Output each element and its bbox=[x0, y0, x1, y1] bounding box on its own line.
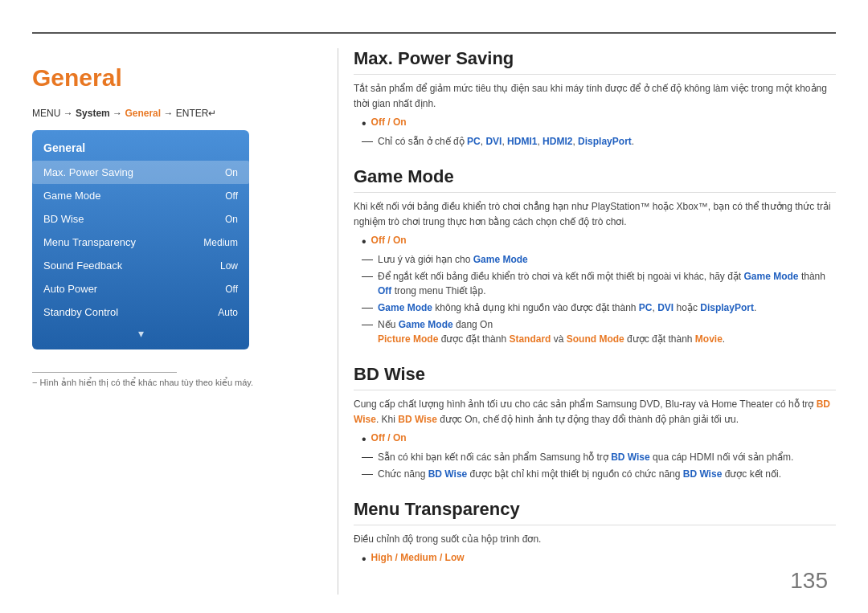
bullet-dot: • bbox=[362, 552, 366, 566]
menu-item-value: Medium bbox=[203, 237, 238, 248]
menu-path-general: General bbox=[125, 108, 161, 119]
dash-symbol: — bbox=[362, 450, 373, 464]
menu-item-menu-transparency[interactable]: Menu Transparency Medium bbox=[32, 231, 249, 254]
section-title-bd-wise: BD Wise bbox=[354, 364, 836, 390]
section-title-menu-transparency: Menu Transparency bbox=[354, 499, 836, 525]
menu-item-sound-feedback[interactable]: Sound Feedback Low bbox=[32, 254, 249, 277]
bullet-text: Off / On bbox=[371, 116, 407, 128]
menu-box-title: General bbox=[32, 137, 249, 161]
dash-item-game-unavail: — Game Mode không khả dụng khi nguồn vào… bbox=[362, 300, 836, 315]
menu-item-max-power-saving[interactable]: Max. Power Saving On bbox=[32, 161, 249, 184]
section-title-max-power-saving: Max. Power Saving bbox=[354, 48, 836, 75]
menu-item-label: Max. Power Saving bbox=[43, 166, 133, 178]
section-desc-menu-transparency: Điều chỉnh độ trong suốt của hộp trình đ… bbox=[354, 532, 836, 547]
menu-item-label: Menu Transparency bbox=[43, 236, 136, 248]
menu-item-value: On bbox=[225, 214, 238, 225]
bullet-off-on-bd: • Off / On bbox=[362, 432, 836, 447]
section-title-game-mode: Game Mode bbox=[354, 166, 836, 193]
menu-item-label: Auto Power bbox=[43, 283, 97, 295]
dash-item-game-disconnect: — Để ngắt kết nối bảng điều khiển trò ch… bbox=[362, 269, 836, 298]
menu-item-label: Game Mode bbox=[43, 190, 101, 202]
menu-item-label: Standby Control bbox=[43, 306, 118, 318]
dash-symbol: — bbox=[362, 467, 373, 480]
menu-path-system: System bbox=[76, 108, 110, 119]
footnote-divider bbox=[32, 372, 177, 373]
footnote-text: − Hình ảnh hiển thị có thể khác nhau tùy… bbox=[32, 378, 321, 388]
dash-text: Nếu Game Mode đang On Picture Mode được … bbox=[378, 317, 725, 346]
menu-item-value: Low bbox=[220, 260, 238, 272]
bullet-dot: • bbox=[362, 432, 366, 447]
top-divider bbox=[32, 32, 836, 34]
bullet-text: Off / On bbox=[371, 235, 407, 246]
dash-item-bd-hdmi: — Sẵn có khi bạn kết nối các sản phẩm Sa… bbox=[362, 450, 836, 464]
dash-text: Chức năng BD Wise được bật chỉ khi một t… bbox=[378, 467, 781, 481]
dash-symbol: — bbox=[362, 300, 373, 314]
menu-path-sep3: → ENTER↵ bbox=[163, 108, 216, 119]
section-desc-bd-wise: Cung cấp chất lượng hình ảnh tối ưu cho … bbox=[354, 397, 836, 427]
bullet-text: High / Medium / Low bbox=[371, 552, 465, 563]
dash-item-game-note: — Lưu ý và giới hạn cho Game Mode bbox=[362, 252, 836, 267]
menu-item-value: Auto bbox=[218, 307, 238, 318]
menu-path: MENU → System → General → ENTER↵ bbox=[32, 108, 321, 119]
section-menu-transparency: Menu Transparency Điều chỉnh độ trong su… bbox=[354, 499, 836, 566]
menu-item-value: On bbox=[225, 167, 238, 178]
dash-text: Game Mode không khả dụng khi nguồn vào đ… bbox=[378, 300, 756, 315]
dash-text: Để ngắt kết nối bảng điều khiển trò chơi… bbox=[378, 269, 836, 298]
dash-symbol: — bbox=[362, 134, 373, 148]
bullet-dot: • bbox=[362, 235, 366, 249]
bullet-off-on-power: • Off / On bbox=[362, 116, 836, 131]
bullet-off-on-game: • Off / On bbox=[362, 235, 836, 249]
section-bd-wise: BD Wise Cung cấp chất lượng hình ảnh tối… bbox=[354, 364, 836, 481]
bullet-text: Off / On bbox=[371, 432, 407, 443]
menu-path-sep2: → bbox=[113, 108, 125, 119]
left-panel: General MENU → System → General → ENTER↵… bbox=[32, 48, 321, 388]
menu-path-separator: → bbox=[63, 108, 76, 119]
dash-symbol: — bbox=[362, 252, 373, 266]
bullet-high-medium-low: • High / Medium / Low bbox=[362, 552, 836, 566]
page-number: 135 bbox=[790, 568, 828, 594]
menu-item-standby-control[interactable]: Standby Control Auto bbox=[32, 300, 249, 324]
section-max-power-saving: Max. Power Saving Tắt sản phẩm để giảm m… bbox=[354, 48, 836, 149]
menu-item-label: BD Wise bbox=[43, 213, 84, 225]
menu-item-bd-wise[interactable]: BD Wise On bbox=[32, 207, 249, 231]
section-desc-max-power-saving: Tắt sản phẩm để giảm mức tiêu thụ điện s… bbox=[354, 81, 836, 112]
menu-item-value: Off bbox=[225, 190, 238, 202]
menu-path-text: MENU bbox=[32, 108, 60, 119]
dash-symbol: — bbox=[362, 269, 373, 283]
dash-text: Lưu ý và giới hạn cho Game Mode bbox=[378, 252, 528, 267]
dash-text: Chỉ có sẵn ở chế độ PC, DVI, HDMI1, HDMI… bbox=[378, 134, 634, 149]
menu-item-value: Off bbox=[225, 284, 238, 295]
dash-text: Sẵn có khi bạn kết nối các sản phẩm Sams… bbox=[378, 450, 793, 464]
section-game-mode: Game Mode Khi kết nối với bảng điều khiể… bbox=[354, 166, 836, 346]
menu-item-label: Sound Feedback bbox=[43, 260, 122, 272]
menu-item-auto-power[interactable]: Auto Power Off bbox=[32, 277, 249, 300]
dash-item-bd-func: — Chức năng BD Wise được bật chỉ khi một… bbox=[362, 467, 836, 481]
right-panel: Max. Power Saving Tắt sản phẩm để giảm m… bbox=[354, 48, 836, 584]
panel-divider bbox=[338, 48, 338, 595]
page-title: General bbox=[32, 64, 321, 92]
dash-item-game-on: — Nếu Game Mode đang On Picture Mode đượ… bbox=[362, 317, 836, 346]
bullet-dot: • bbox=[362, 116, 366, 131]
menu-item-game-mode[interactable]: Game Mode Off bbox=[32, 184, 249, 207]
dash-symbol: — bbox=[362, 317, 373, 331]
menu-scroll-arrow: ▾ bbox=[32, 324, 249, 343]
menu-box: General Max. Power Saving On Game Mode O… bbox=[32, 130, 249, 349]
section-desc-game-mode: Khi kết nối với bảng điều khiển trò chơi… bbox=[354, 199, 836, 230]
dash-item-power: — Chỉ có sẵn ở chế độ PC, DVI, HDMI1, HD… bbox=[362, 134, 836, 149]
